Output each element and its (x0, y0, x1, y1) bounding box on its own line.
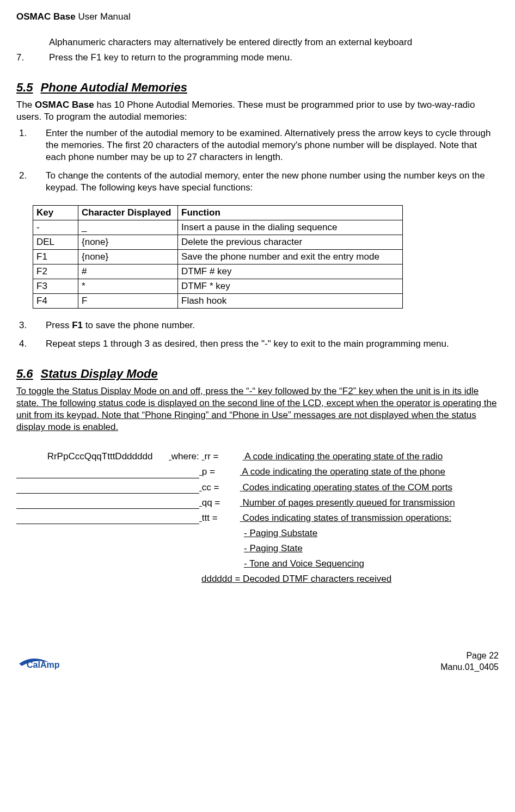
status-row-p: p = A code indicating the operating stat… (16, 466, 499, 478)
ttt-sub-2: - Paging State (244, 543, 499, 555)
table-row: - _ Insert a pause in the dialing sequen… (33, 220, 403, 235)
section-5-5-heading: 5.5Phone Autodial Memories (16, 80, 499, 96)
key-function-table: Key Character Displayed Function - _ Ins… (33, 205, 403, 309)
section-5-5-num: 5.5 (16, 81, 33, 94)
status-desc: Codes indicating states of transmission … (242, 513, 451, 523)
sec55-step-4: Repeat steps 1 through 3 as desired, the… (29, 338, 499, 350)
doc-type: User Manual (78, 11, 130, 22)
section-5-6-heading: 5.6Status Display Mode (16, 366, 499, 382)
step-7: 7. Press the F1 key to return to the pro… (16, 52, 499, 64)
product-name: OSMAC Base (16, 11, 76, 22)
status-row-rr: RrPpCccQqqTtttDdddddd where: rr = A code… (16, 451, 499, 463)
status-row-ttt: ttt = Codes indicating states of transmi… (16, 512, 499, 524)
step3-bold: F1 (72, 320, 83, 330)
cell-func: DTMF * key (178, 279, 403, 294)
status-desc: A code indicating the operating state of… (244, 451, 443, 462)
status-sym: p = (202, 466, 240, 478)
th-char: Character Displayed (78, 205, 178, 220)
cell-key: F1 (33, 249, 78, 264)
table-row: F1 {none} Save the phone number and exit… (33, 249, 403, 264)
sec55-step-list-2: Press F1 to save the phone number. Repea… (16, 319, 499, 350)
sec55-step-2: To change the contents of the autodial m… (29, 170, 499, 194)
status-code-block: RrPpCccQqqTtttDdddddd where: rr = A code… (16, 451, 499, 585)
cell-char: * (78, 279, 178, 294)
cell-key: F4 (33, 294, 78, 309)
cell-key: F3 (33, 279, 78, 294)
sec55-step-1: Enter the number of the autodial memory … (29, 127, 499, 163)
page-header: OSMAC Base User Manual (16, 11, 499, 23)
status-row-pad (16, 484, 199, 494)
status-row-qq: qq = Number of pages presently queued fo… (16, 497, 499, 509)
cell-char: _ (78, 220, 178, 235)
calamp-logo-icon: CalAmp (16, 651, 76, 673)
cell-func: Save the phone number and exit the entry… (178, 249, 403, 264)
section-5-6-title: Status Display Mode (41, 367, 158, 380)
status-row-cc: cc = Codes indicating operating states o… (16, 482, 499, 494)
sec55-para-bold: OSMAC Base (35, 100, 94, 110)
svg-text:CalAmp: CalAmp (27, 660, 60, 669)
page-footer: CalAmp Page 22 Manu.01_0405 (16, 650, 499, 673)
status-sym: rr = (204, 451, 242, 463)
section-5-5-para: The OSMAC Base has 10 Phone Autodial Mem… (16, 99, 499, 123)
step3-prefix: Press (46, 320, 72, 330)
calamp-logo: CalAmp (16, 651, 76, 673)
status-sym: cc = (202, 482, 240, 494)
where-label: where: (171, 451, 202, 463)
table-row: DEL {none} Delete the previous character (33, 235, 403, 249)
sec55-step-list: Enter the number of the autodial memory … (16, 127, 499, 194)
ttt-sub-1: - Paging Substate (244, 527, 499, 539)
cell-char: {none} (78, 235, 178, 249)
footer-right: Page 22 Manu.01_0405 (440, 650, 499, 673)
cell-key: DEL (33, 235, 78, 249)
section-5-5-title: Phone Autodial Memories (41, 81, 187, 94)
cell-char: F (78, 294, 178, 309)
status-desc: A code indicating the operating state of… (242, 466, 445, 477)
status-row-pad (16, 469, 199, 478)
table-row: F3 * DTMF * key (33, 279, 403, 294)
sec56-para: To toggle the Status Display Mode on and… (16, 385, 499, 433)
status-sym: ttt = (202, 512, 240, 524)
section-5-6-num: 5.6 (16, 367, 33, 380)
status-row-pad (16, 514, 199, 524)
sec55-step-3: Press F1 to save the phone number. (29, 319, 499, 331)
th-key: Key (33, 205, 78, 220)
cell-func: Delete the previous character (178, 235, 403, 249)
cell-key: F2 (33, 264, 78, 279)
table-row: F2 # DTMF # key (33, 264, 403, 279)
cell-func: Flash hook (178, 294, 403, 309)
alpha-note: Alphanumeric characters may alternativel… (49, 36, 499, 48)
dddddd-row: dddddd = Decoded DTMF characters receive… (201, 573, 499, 585)
step3-suffix: to save the phone number. (83, 320, 195, 330)
table-row: F4 F Flash hook (33, 294, 403, 309)
step-7-num: 7. (16, 52, 49, 64)
status-code-string: RrPpCccQqqTtttDdddddd (16, 451, 169, 463)
ttt-sub-3: - Tone and Voice Sequencing (244, 558, 499, 570)
cell-key: - (33, 220, 78, 235)
doc-id: Manu.01_0405 (440, 662, 499, 673)
cell-char: {none} (78, 249, 178, 264)
step-7-text: Press the F1 key to return to the progra… (49, 52, 292, 64)
status-row-pad (16, 499, 199, 509)
page-number: Page 22 (440, 650, 499, 662)
status-desc: Codes indicating operating states of the… (242, 482, 452, 493)
cell-char: # (78, 264, 178, 279)
cell-func: Insert a pause in the dialing sequence (178, 220, 403, 235)
status-sym: qq = (202, 497, 240, 509)
sec55-para-prefix: The (16, 100, 35, 110)
cell-func: DTMF # key (178, 264, 403, 279)
th-func: Function (178, 205, 403, 220)
status-desc: Number of pages presently queued for tra… (242, 497, 455, 508)
